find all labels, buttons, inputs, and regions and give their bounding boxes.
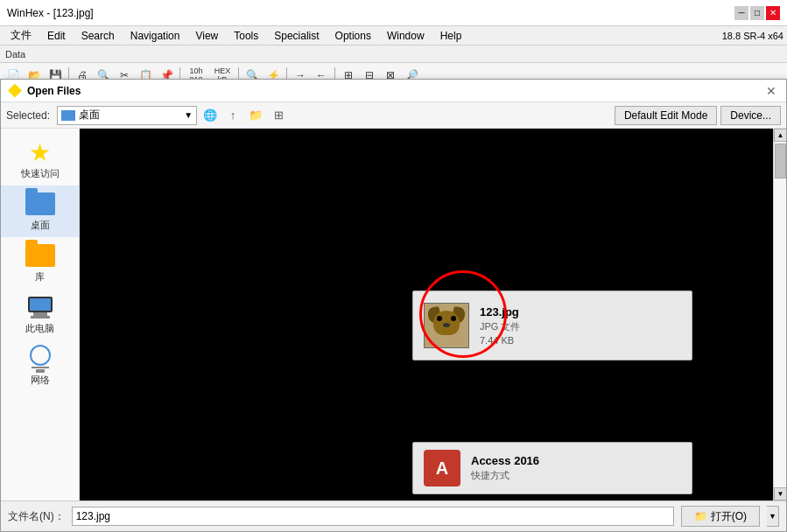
open-dropdown-arrow[interactable]: ▼ xyxy=(767,506,779,527)
sidebar-label-network: 网络 xyxy=(31,374,50,387)
folder-small-icon: 📁 xyxy=(694,510,707,522)
sidebar-label-this-pc: 此电脑 xyxy=(25,322,54,335)
menu-window[interactable]: Window xyxy=(380,28,432,44)
dialog-title-bar: Open Files ✕ xyxy=(1,80,786,102)
scroll-track xyxy=(774,142,786,487)
title-bar: WinHex - [123.jpg] ─ □ ✕ xyxy=(0,0,787,26)
sidebar-item-this-pc[interactable]: 此电脑 xyxy=(1,289,79,340)
access-name: Access 2016 xyxy=(471,454,539,467)
menu-edit[interactable]: Edit xyxy=(40,28,73,44)
dialog-body: ★ 快速访问 桌面 库 xyxy=(1,129,786,500)
maximize-button[interactable]: □ xyxy=(750,6,764,20)
folder-blue-icon xyxy=(25,191,56,217)
scroll-thumb[interactable] xyxy=(775,144,786,178)
file-info: 123.jpg JPG 文件 7.44 KB xyxy=(480,305,520,346)
nav-view-btn[interactable]: ⊞ xyxy=(269,106,288,125)
nav-go-btn[interactable]: 🌐 xyxy=(200,106,220,125)
title-bar-controls: ─ □ ✕ xyxy=(734,6,780,20)
network-icon xyxy=(25,346,56,372)
data-label: Data xyxy=(5,49,25,60)
open-button[interactable]: 📁 打开(O) xyxy=(681,506,760,527)
dropdown-arrow-icon: ▼ xyxy=(184,110,193,120)
dialog-close-button[interactable]: ✕ xyxy=(763,83,779,99)
menu-options[interactable]: Options xyxy=(328,28,378,44)
open-button-label: 打开(O) xyxy=(711,509,747,524)
menu-navigation[interactable]: Navigation xyxy=(123,28,187,44)
scroll-up-button[interactable]: ▲ xyxy=(774,129,786,142)
selected-label: Selected: xyxy=(6,109,50,122)
device-button[interactable]: Device... xyxy=(720,106,781,125)
menu-tools[interactable]: Tools xyxy=(227,28,265,44)
dog-image xyxy=(425,304,468,347)
edit-mode-button[interactable]: Default Edit Mode xyxy=(615,106,717,125)
file-size: 7.44 KB xyxy=(480,335,520,346)
app-title: WinHex - [123.jpg] xyxy=(7,7,94,19)
sidebar-label-desktop: 桌面 xyxy=(31,219,50,232)
minimize-button[interactable]: ─ xyxy=(734,6,748,20)
version-text: 18.8 SR-4 x64 xyxy=(722,31,783,41)
nav-folder-btn[interactable]: 📁 xyxy=(246,106,265,125)
menu-bar: 文件 Edit Search Navigation View Tools Spe… xyxy=(0,26,787,46)
open-files-dialog: Open Files ✕ Selected: 桌面 ▼ 🌐 ↑ 📁 ⊞ Defa… xyxy=(0,79,787,532)
file-browser-area[interactable]: 123.jpg JPG 文件 7.44 KB A Access 2016 快捷方… xyxy=(80,129,786,500)
computer-icon xyxy=(25,294,56,320)
sidebar-label-quick-access: 快速访问 xyxy=(21,167,60,180)
title-bar-left: WinHex - [123.jpg] xyxy=(7,7,94,19)
star-icon: ★ xyxy=(25,139,56,165)
file-item-access[interactable]: A Access 2016 快捷方式 xyxy=(412,442,692,494)
file-item-jpg[interactable]: 123.jpg JPG 文件 7.44 KB xyxy=(412,290,692,360)
sidebar-label-library: 库 xyxy=(35,270,45,284)
menu-help[interactable]: Help xyxy=(433,28,469,44)
sidebar-item-desktop[interactable]: 桌面 xyxy=(1,186,79,237)
sidebar-item-quick-access[interactable]: ★ 快速访问 xyxy=(1,134,79,186)
nav-up-btn[interactable]: ↑ xyxy=(223,106,242,125)
location-value: 桌面 xyxy=(79,108,100,122)
sidebar: ★ 快速访问 桌面 库 xyxy=(1,129,80,500)
filename-label: 文件名(N)： xyxy=(8,509,65,524)
menu-file[interactable]: 文件 xyxy=(4,26,39,45)
dialog-toolbar: Selected: 桌面 ▼ 🌐 ↑ 📁 ⊞ Default Edit Mode… xyxy=(1,102,786,129)
dialog-title-text: Open Files xyxy=(27,85,81,97)
menu-view[interactable]: View xyxy=(188,28,225,44)
menu-specialist[interactable]: Specialist xyxy=(267,28,326,44)
folder-yellow-icon xyxy=(25,242,56,269)
bottom-bar: 文件名(N)： 📁 打开(O) ▼ xyxy=(1,500,786,531)
vertical-scrollbar[interactable]: ▲ ▼ xyxy=(773,129,786,500)
scroll-down-button[interactable]: ▼ xyxy=(774,487,786,500)
access-desc: 快捷方式 xyxy=(471,469,539,482)
file-name: 123.jpg xyxy=(480,305,520,318)
menu-search[interactable]: Search xyxy=(74,28,122,44)
file-thumbnail xyxy=(424,303,469,348)
filename-input[interactable] xyxy=(72,507,674,526)
status-bar: Data xyxy=(0,46,787,63)
location-folder-icon xyxy=(61,110,75,121)
location-dropdown[interactable]: 桌面 ▼ xyxy=(57,106,197,125)
sidebar-item-library[interactable]: 库 xyxy=(1,237,79,289)
sidebar-item-network[interactable]: 网络 xyxy=(1,340,79,392)
access-info: Access 2016 快捷方式 xyxy=(471,454,539,482)
file-type: JPG 文件 xyxy=(480,320,520,333)
close-button[interactable]: ✕ xyxy=(766,6,780,20)
access-app-icon: A xyxy=(424,450,460,486)
dialog-title-icon xyxy=(8,84,22,98)
